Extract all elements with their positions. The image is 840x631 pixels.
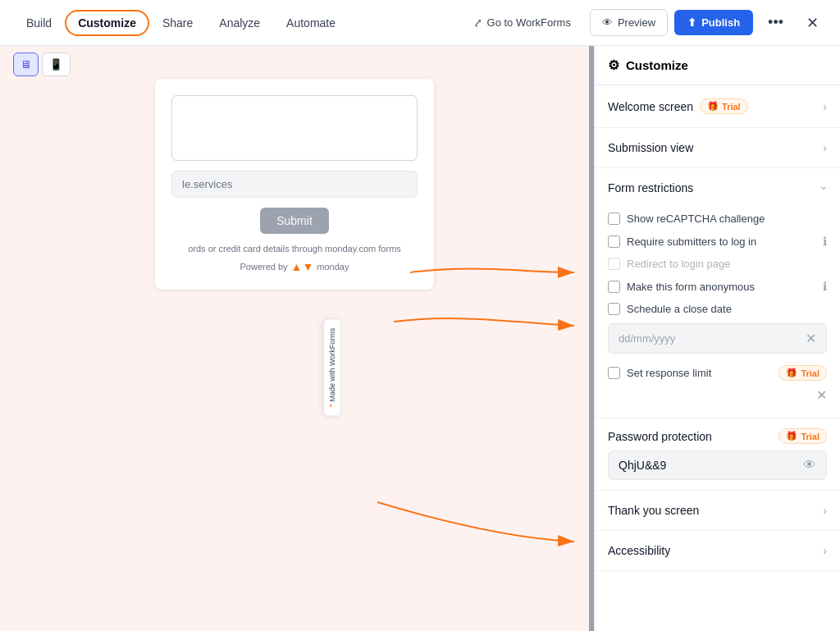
goto-workforms-button[interactable]: ⤤ Go to WorkForms (461, 9, 583, 36)
welcome-screen-left: Welcome screen 🎁 Trial (608, 98, 748, 114)
welcome-screen-label: Welcome screen (608, 100, 693, 113)
nav-analyze[interactable]: Analyze (206, 10, 273, 36)
thank-you-screen-label: Thank you screen (608, 504, 699, 517)
anonymous-info-icon[interactable]: ℹ (823, 280, 827, 293)
monday-brand: ▲▼ (291, 260, 314, 273)
submission-chevron-icon: › (823, 141, 827, 154)
welcome-chevron-icon: › (823, 100, 827, 113)
eye-toggle-icon[interactable]: 👁 (803, 458, 816, 473)
gift-icon-3: 🎁 (786, 431, 797, 441)
form-preview-card: le.services Submit ords or credit card d… (155, 79, 434, 290)
thank-you-screen-left: Thank you screen (608, 504, 699, 517)
preview-button[interactable]: 👁 Preview (590, 9, 668, 36)
response-limit-label: Set response limit (627, 367, 711, 379)
share-icon: ⬆ (687, 16, 696, 29)
form-restrictions-label: Form restrictions (608, 181, 693, 194)
close-button[interactable]: ✕ (798, 7, 827, 39)
submission-view-section[interactable]: Submission view › (595, 128, 840, 168)
nav-build[interactable]: Build (13, 10, 65, 36)
recaptcha-label: Show reCAPTCHA challenge (627, 213, 765, 225)
password-input-row[interactable]: QhjU&&9 👁 (608, 450, 827, 480)
close-date-row: Schedule a close date (608, 298, 827, 320)
external-link-icon: ⤤ (473, 16, 482, 29)
canvas-inner: le.services Submit ords or credit card d… (0, 46, 589, 631)
accessibility-left: Accessibility (608, 544, 670, 557)
preview-label: Preview (618, 16, 655, 29)
powered-by-text: Powered by (240, 262, 288, 272)
close-date-checkbox[interactable] (608, 303, 620, 315)
form-url-field: le.services (171, 171, 418, 198)
workforms-logo-mark: " (328, 404, 336, 407)
redirect-login-checkbox (608, 258, 620, 270)
form-footer-text: ords or credit card details through mond… (171, 244, 418, 254)
anonymous-row: Make this form anonymous ℹ (608, 275, 827, 298)
panel-header: ⚙ Customize (595, 46, 840, 85)
accessibility-section[interactable]: Accessibility › (595, 531, 840, 571)
right-panel: ⚙ Customize Welcome screen 🎁 Trial › Sub… (594, 46, 840, 631)
nav-automate[interactable]: Automate (273, 10, 349, 36)
accessibility-chevron-icon: › (823, 544, 827, 557)
response-limit-clear-row: ✕ (608, 386, 827, 408)
goto-label: Go to WorkForms (487, 16, 571, 29)
anonymous-label: Make this form anonymous (627, 281, 755, 293)
monday-text: monday (317, 262, 349, 272)
date-input-row[interactable]: dd/mm/yyyy ✕ (608, 323, 827, 354)
response-limit-row: Set response limit 🎁 Trial (608, 360, 827, 386)
submission-view-label: Submission view (608, 141, 693, 154)
made-with-label: " Made with WorkForms (323, 319, 341, 417)
top-bar: Build Customize Share Analyze Automate ⤤… (0, 0, 840, 46)
password-protection-header: Password protection 🎁 Trial (608, 428, 827, 444)
thank-you-chevron-icon: › (823, 504, 827, 517)
form-restrictions-section: Form restrictions › Show reCAPTCHA chall… (595, 168, 840, 418)
date-placeholder: dd/mm/yyyy (619, 332, 675, 345)
more-options-button[interactable]: ••• (760, 7, 792, 38)
welcome-screen-section[interactable]: Welcome screen 🎁 Trial › (595, 85, 840, 128)
accessibility-label: Accessibility (608, 544, 670, 557)
password-protection-label: Password protection (608, 430, 712, 443)
password-value: QhjU&&9 (619, 459, 666, 472)
form-restrictions-chevron-icon: › (819, 186, 832, 190)
require-login-info-icon[interactable]: ℹ (823, 235, 827, 248)
close-date-label: Schedule a close date (627, 303, 732, 315)
main-layout: 🖥 📱 le.services Submit ords or credit ca… (0, 46, 840, 631)
nav-customize[interactable]: Customize (65, 10, 149, 36)
publish-label: Publish (701, 16, 740, 29)
gift-icon: 🎁 (707, 101, 719, 112)
require-login-row: Require submitters to log in ℹ (608, 230, 827, 253)
monday-logo: Powered by ▲▼ monday (171, 260, 418, 273)
date-clear-icon[interactable]: ✕ (806, 331, 816, 346)
submission-view-left: Submission view (608, 141, 693, 154)
response-limit-checkbox[interactable] (608, 367, 620, 379)
password-trial-badge: 🎁 Trial (778, 428, 827, 444)
form-restrictions-header[interactable]: Form restrictions › (595, 168, 840, 208)
eye-icon: 👁 (602, 16, 613, 29)
recaptcha-row: Show reCAPTCHA challenge (608, 208, 827, 230)
top-nav: Build Customize Share Analyze Automate (13, 10, 349, 36)
thank-you-screen-section[interactable]: Thank you screen › (595, 491, 840, 531)
publish-button[interactable]: ⬆ Publish (674, 10, 753, 35)
form-restrictions-content: Show reCAPTCHA challenge Require submitt… (595, 208, 840, 418)
nav-share[interactable]: Share (149, 10, 206, 36)
form-submit-button[interactable]: Submit (260, 208, 329, 234)
response-limit-trial-badge: 🎁 Trial (778, 365, 827, 381)
form-input-field (171, 95, 418, 161)
password-protection-section: Password protection 🎁 Trial QhjU&&9 👁 (595, 418, 840, 491)
recaptcha-checkbox[interactable] (608, 213, 620, 225)
canvas-area: 🖥 📱 le.services Submit ords or credit ca… (0, 46, 589, 631)
welcome-trial-badge: 🎁 Trial (700, 98, 748, 114)
redirect-login-label: Redirect to login page (627, 258, 730, 270)
gift-icon-2: 🎁 (786, 368, 797, 378)
response-limit-clear-icon[interactable]: ✕ (816, 387, 827, 403)
require-login-label: Require submitters to log in (627, 235, 756, 248)
redirect-login-row: Redirect to login page (608, 253, 827, 275)
anonymous-checkbox[interactable] (608, 281, 620, 293)
require-login-checkbox[interactable] (608, 235, 620, 248)
top-right-actions: ⤤ Go to WorkForms 👁 Preview ⬆ Publish ••… (461, 7, 827, 39)
panel-title: Customize (626, 58, 688, 72)
gear-icon: ⚙ (608, 57, 619, 73)
